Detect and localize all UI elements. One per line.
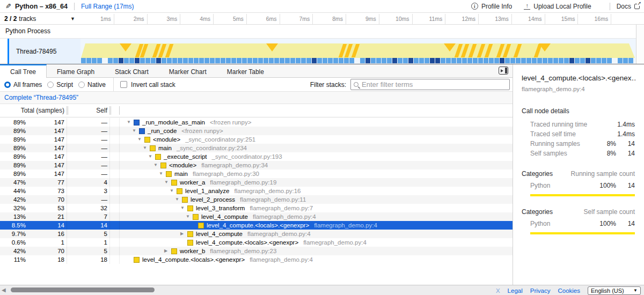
footer-link-cookies[interactable]: Cookies [558, 287, 580, 294]
scroll-left-icon[interactable]: ◀ [2, 287, 6, 293]
table-row[interactable]: 0.6%11level_4_compute.<locals>.<genexpr>… [0, 238, 513, 247]
language-select[interactable]: English (US) ▼ [588, 286, 641, 295]
sample-cell [564, 58, 569, 63]
sample-cell [408, 58, 413, 63]
tracks-vertical-scrollbar[interactable] [636, 25, 644, 64]
footer-link-legal[interactable]: Legal [508, 287, 523, 294]
table-row[interactable]: 42%705▶worker_bflamegraph_demo.py:23 [0, 247, 513, 255]
row-tree-cell: ▼level_4_computeflamegraph_demo.py:4 [122, 212, 513, 221]
sidebar-function-title: level_4_compute.<locals>.<genex… [522, 74, 635, 82]
breadcrumb-row: Complete “Thread-78495” [0, 92, 513, 104]
collapse-icon[interactable]: ▼ [159, 169, 166, 178]
tab-marker-chart[interactable]: Marker Chart [159, 64, 217, 78]
sample-cell [156, 58, 161, 63]
table-row[interactable]: 32%5332▼level_3_transformflamegraph_demo… [0, 204, 513, 212]
sample-cell [365, 58, 370, 63]
function-file-line: flamegraph_demo.py:4 [247, 231, 311, 237]
row-total-samples: 147 [28, 161, 64, 169]
collapse-icon[interactable]: ▼ [148, 152, 155, 161]
collapse-icon[interactable]: ▼ [132, 127, 139, 135]
collapse-icon[interactable]: ▼ [153, 161, 160, 169]
function-file-line: flamegraph_demo.py:19 [210, 179, 276, 186]
filter-stacks-searchbox [350, 79, 510, 90]
full-range-link[interactable]: Full Range (17ms) [81, 3, 134, 10]
row-tree-cell: ▼level_2_processflamegraph_demo.py:11 [122, 195, 513, 204]
footer-link-x[interactable]: X [496, 287, 500, 294]
collapse-icon[interactable]: ▼ [180, 204, 187, 212]
sample-cell [178, 58, 182, 63]
sample-cell [188, 58, 193, 63]
table-row[interactable]: 89%147—▼main_sync_coordinator.py:234 [0, 144, 513, 152]
row-total-percent: 42% [0, 247, 26, 255]
table-row[interactable]: 89%147—▼<module>_sync_coordinator.py:251 [0, 135, 513, 144]
horizontal-scrollbar-thumb[interactable] [11, 287, 155, 292]
sample-cell [435, 58, 440, 63]
row-self: — [70, 195, 107, 204]
tab-stack-chart[interactable]: Stack Chart [105, 64, 159, 78]
sidebar-toggle-icon[interactable] [499, 67, 508, 75]
table-row[interactable]: 89%147—▼mainflamegraph_demo.py:30 [0, 169, 513, 178]
table-row[interactable]: 13%217▼level_4_computeflamegraph_demo.py… [0, 212, 513, 221]
footer-link-privacy[interactable]: Privacy [530, 287, 551, 294]
select-arrow-icon: ▼ [633, 288, 638, 293]
category-bar [530, 194, 635, 196]
radio-script[interactable] [47, 82, 54, 88]
expand-icon[interactable]: ▶ [180, 230, 187, 238]
column-total-samples[interactable]: Total (samples) [0, 104, 64, 117]
table-row[interactable]: 47%774▼worker_aflamegraph_demo.py:19 [0, 178, 513, 187]
edit-pencil-icon[interactable]: ✎ [5, 2, 11, 10]
collapse-icon[interactable]: ▼ [164, 178, 171, 187]
activity-graph [81, 43, 635, 58]
table-row[interactable]: 8.5%1414level_4_compute.<locals>.<genexp… [0, 221, 513, 230]
radio-native[interactable] [78, 82, 85, 88]
collapse-icon[interactable]: ▼ [143, 144, 150, 152]
row-self: — [70, 135, 107, 144]
track-python-process[interactable]: Python Process [0, 25, 636, 39]
gc-marker-slash-icon [352, 44, 360, 57]
track-thread-row[interactable]: Thread-78495 [0, 39, 636, 64]
thread-activity-track[interactable] [80, 39, 636, 64]
collapse-icon[interactable]: ▼ [137, 135, 144, 144]
table-row[interactable]: 89%147—▼_run_code<frozen runpy> [0, 127, 513, 135]
filter-stacks-input[interactable] [362, 80, 507, 88]
table-row[interactable]: 11%1818level_4_compute.<locals>.<genexpr… [0, 255, 513, 264]
expand-icon[interactable]: ▶ [164, 247, 171, 255]
sample-cell [580, 58, 585, 63]
invert-call-stack-checkbox[interactable] [120, 81, 127, 88]
breadcrumb-complete-thread[interactable]: Complete “Thread-78495” [4, 94, 78, 101]
sample-cell [231, 58, 236, 63]
category-color-box [139, 128, 145, 134]
table-row[interactable]: 89%147—▼<module>flamegraph_demo.py:34 [0, 161, 513, 169]
row-total-samples: 147 [28, 144, 64, 152]
table-row[interactable]: 89%147—▼_run_module_as_main<frozen runpy… [0, 118, 513, 127]
tab-call-tree[interactable]: Call Tree [0, 64, 47, 78]
table-row[interactable]: 44%733▼level_1_analyzeflamegraph_demo.py… [0, 187, 513, 195]
table-row[interactable]: 9.7%165▶level_4_computeflamegraph_demo.p… [0, 230, 513, 238]
row-total-percent: 0.6% [0, 238, 26, 247]
radio-all-frames[interactable] [4, 82, 11, 88]
collapse-icon[interactable]: ▼ [186, 212, 193, 221]
tab-marker-table[interactable]: Marker Table [217, 64, 274, 78]
collapse-icon[interactable]: ▼ [127, 118, 134, 127]
table-row[interactable]: 42%70—▼level_2_processflamegraph_demo.py… [0, 195, 513, 204]
sample-cell [446, 58, 451, 63]
timeline-ruler: 2 / 2 tracks ▼ 1ms2ms3ms4ms5ms6ms7ms8ms9… [0, 13, 644, 25]
docs-link[interactable]: Docs [617, 3, 640, 10]
row-total-percent: 44% [0, 187, 26, 195]
collapse-icon[interactable]: ▼ [170, 187, 177, 195]
upload-profile-button[interactable]: ↑ Upload Local Profile [524, 3, 591, 10]
collapse-icon[interactable]: ▼ [175, 195, 182, 204]
profile-info-button[interactable]: i Profile Info [471, 3, 512, 10]
sidebar-detail-row: Traced running time1.4ms [530, 120, 635, 129]
column-self[interactable]: Self [70, 104, 107, 117]
function-name: _run_code [148, 128, 177, 134]
upload-icon: ↑ [524, 3, 530, 10]
tracks-dropdown[interactable]: 2 / 2 tracks ▼ [0, 13, 80, 25]
thread-label[interactable]: Thread-78495 [9, 39, 80, 64]
sample-cell [371, 58, 376, 63]
sample-cell [618, 58, 623, 63]
ruler-tick-label: 3ms [150, 13, 177, 25]
table-row[interactable]: 89%147—▼_execute_script_sync_coordinator… [0, 152, 513, 161]
function-name: level_4_compute.<locals>.<genexpr> [207, 222, 309, 228]
tab-flame-graph[interactable]: Flame Graph [47, 64, 105, 78]
